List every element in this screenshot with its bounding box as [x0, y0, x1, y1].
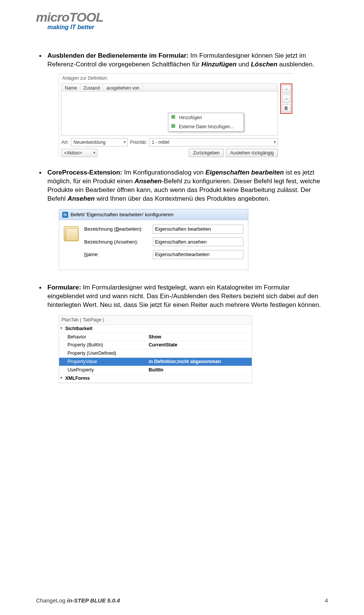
column-headers: Name Zustand ausgeliehen von: [61, 83, 278, 91]
figure-config-dialog: is Befehl 'Eigenschaften bearbeiten' kon…: [59, 209, 248, 270]
footer-prefix: ChangeLog: [36, 597, 67, 604]
combo-prio[interactable]: 1 - mittel: [149, 138, 278, 146]
figure-form-designer: Anlagen zur Definition: Name Zustand aus…: [59, 73, 294, 157]
emph: Ansehen: [135, 178, 162, 185]
add-external-button[interactable]: ＋: [282, 94, 291, 103]
property-key: UseProperty: [59, 366, 146, 374]
property-row[interactable]: BehaviorShow: [59, 333, 252, 341]
footer-product: in-STEP BLUE: [67, 597, 106, 604]
dialog-body: Bezeichnung (Bearbeiten): Eigenschaften …: [59, 220, 248, 270]
footer: ChangeLog in-STEP BLUE 5.0.4 4: [36, 597, 328, 604]
property-key: Property (UserDefined): [59, 349, 146, 357]
row-art-prio: Art: Neuentwicklung Priorität: 1 - mitte…: [61, 138, 278, 146]
delete-button[interactable]: 🗑: [282, 104, 291, 112]
menu-item-add[interactable]: Hinzufügen: [168, 113, 243, 122]
input-bezeichnung-bearbeiten[interactable]: Eigenschaften bearbeiten: [153, 225, 243, 234]
logo-tagline: making IT better: [47, 24, 328, 31]
bullet-lead: CoreProcess-Extension:: [47, 169, 122, 176]
property-value: [146, 325, 252, 333]
fields: Bezeichnung (Bearbeiten): Eigenschaften …: [84, 225, 243, 263]
button-zurueckgeben[interactable]: Zurückgeben: [189, 149, 224, 157]
add-button[interactable]: ＋: [282, 85, 291, 93]
text: wird Ihnen über das Kontextmenü des Prod…: [95, 195, 270, 202]
app-icon: is: [62, 212, 68, 218]
property-row: Sichtbarkeit: [59, 325, 252, 333]
combo-aktion[interactable]: <Aktion>: [61, 149, 97, 157]
property-value: CurrentState: [146, 341, 252, 349]
grid-rows: SichtbarkeitBehaviorShowProperty (BuiltI…: [59, 325, 252, 383]
field-label: Name:: [84, 251, 151, 258]
property-value: in Definition;nicht abgenommen: [146, 358, 252, 366]
emph: Eigenschaften bearbeiten: [206, 169, 284, 176]
plus-icon: ＋: [284, 87, 289, 92]
property-row[interactable]: UsePropertyBuiltIn: [59, 366, 252, 374]
label-prio: Priorität:: [130, 139, 147, 145]
list-area: Hinzufügen Externe Datei hinzufügen...: [61, 91, 278, 136]
bullet-lead: Formulare:: [47, 284, 81, 291]
property-row[interactable]: Property (UserDefined): [59, 349, 252, 358]
titlebar: is Befehl 'Eigenschaften bearbeiten' kon…: [59, 209, 248, 220]
property-key: Sichtbarkeit: [59, 325, 146, 333]
bullet-item: Formulare: Im Formulardesigner wird fest…: [36, 283, 328, 383]
input-name[interactable]: Eigenschaftenbearbeiten: [153, 250, 243, 259]
field-row: Bezeichnung (Ansehen): Eigenschaften ans…: [84, 238, 243, 247]
footer-version: 5.0.4: [106, 597, 120, 604]
emph: Löschen: [251, 61, 278, 68]
plus-alt-icon: ＋: [284, 96, 289, 102]
logo-block: microTOOL making IT better: [36, 11, 328, 31]
document-icon: [64, 226, 79, 241]
property-value: [146, 349, 252, 357]
emph: Hinzufügen: [201, 61, 237, 68]
property-row[interactable]: Property (BuiltIn)CurrentState: [59, 341, 252, 349]
field-label: Bezeichnung (Ansehen):: [84, 239, 151, 245]
text: ausblenden.: [278, 61, 314, 68]
property-key: XMLForms: [59, 374, 146, 382]
bullet-list: Ausblenden der Bedienelemente im Formula…: [36, 52, 328, 383]
col-zustand: Zustand: [80, 84, 103, 91]
row-actions: <Aktion> Zurückgeben Ausleihen rückgängi…: [61, 149, 278, 157]
combo-art[interactable]: Neuentwicklung: [71, 138, 128, 146]
field-label: Bezeichnung (Bearbeiten):: [84, 226, 151, 233]
label-art: Art:: [61, 139, 69, 145]
page-number: 4: [325, 597, 328, 604]
logo-part2: TOOL: [69, 10, 104, 24]
emph: Ansehen: [67, 195, 95, 202]
grid-header: PlanTab ( TabPage ): [59, 316, 252, 325]
property-key: PropertyValue: [59, 358, 146, 366]
bullet-item: CoreProcess-Extension: Im Konfigurations…: [36, 168, 328, 270]
property-value: Show: [146, 333, 252, 341]
property-value: BuiltIn: [146, 366, 252, 374]
field-row: Bezeichnung (Bearbeiten): Eigenschaften …: [84, 225, 243, 234]
bullet-item: Ausblenden der Bedienelemente im Formula…: [36, 52, 328, 157]
field-row: Name: Eigenschaftenbearbeiten: [84, 250, 243, 259]
text: und: [237, 61, 251, 68]
property-row[interactable]: PropertyValuein Definition;nicht abgenom…: [59, 358, 252, 366]
col-ausgeliehen: ausgeliehen von: [103, 84, 143, 91]
property-key: Property (BuiltIn): [59, 341, 146, 349]
property-row: XMLForms: [59, 374, 252, 383]
text: Im Konfigurationsdialog von: [122, 169, 205, 176]
figure-property-grid: PlanTab ( TabPage ) SichtbarkeitBehavior…: [59, 315, 252, 383]
button-ausleihen-rueckgaengig[interactable]: Ausleihen rückgängig: [226, 149, 278, 157]
bullet-lead: Ausblenden der Bedienelemente im Formula…: [47, 52, 188, 59]
context-menu: Hinzufügen Externe Datei hinzufügen...: [168, 113, 244, 132]
side-buttons-highlight: ＋ ＋ 🗑: [280, 83, 292, 114]
dialog-title: Befehl 'Eigenschaften bearbeiten' konfig…: [71, 211, 174, 218]
property-value: [146, 374, 252, 382]
footer-left: ChangeLog in-STEP BLUE 5.0.4: [36, 597, 120, 604]
logo-part1: micro: [36, 10, 69, 24]
col-name: Name: [62, 84, 80, 91]
logo-text: microTOOL: [36, 11, 328, 23]
panel-title: Anlagen zur Definition:: [59, 74, 294, 82]
property-key: Behavior: [59, 333, 146, 341]
trash-icon: 🗑: [284, 105, 289, 111]
menu-item-add-external[interactable]: Externe Datei hinzufügen...: [168, 122, 243, 131]
text: Im Formulardesigner wird festgelegt, wan…: [47, 284, 321, 308]
input-bezeichnung-ansehen[interactable]: Eigenschaften ansehen: [153, 238, 243, 247]
